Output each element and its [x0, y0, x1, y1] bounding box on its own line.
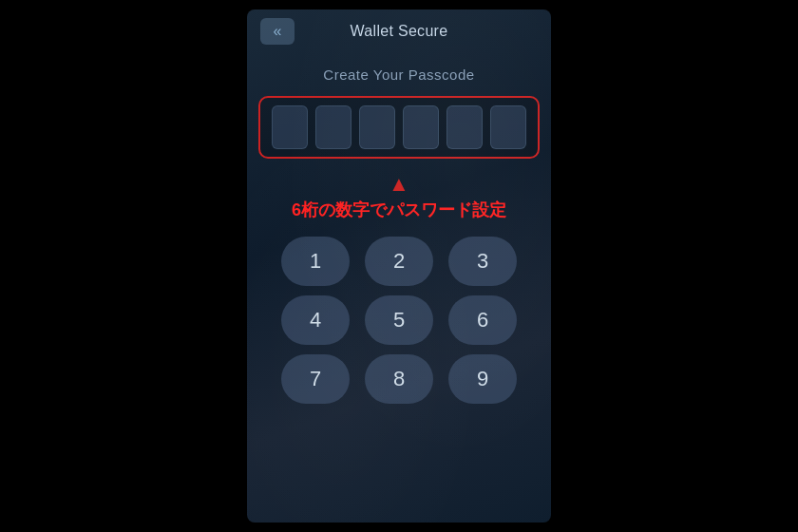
header-title: Wallet Secure [351, 23, 448, 40]
numpad-key-9[interactable]: 9 [448, 354, 517, 404]
passcode-boxes-wrapper [258, 96, 540, 159]
back-button[interactable]: « [260, 18, 294, 45]
numpad: 1 2 3 4 5 6 7 8 [247, 229, 551, 522]
annotation-text: 6桁の数字でパスワード設定 [247, 195, 551, 229]
header: « Wallet Secure [247, 10, 551, 49]
numpad-row-2: 4 5 6 [281, 295, 517, 345]
numpad-key-1[interactable]: 1 [281, 237, 350, 286]
passcode-box-6 [490, 105, 526, 149]
passcode-label: Create Your Passcode [323, 66, 474, 83]
numpad-key-5[interactable]: 5 [365, 295, 433, 345]
passcode-box-3 [359, 105, 395, 149]
numpad-row-3: 7 8 9 [281, 354, 517, 404]
numpad-key-7[interactable]: 7 [281, 354, 350, 404]
phone-screen: « Wallet Secure Create Your Passcode ▲ 6… [247, 10, 551, 522]
back-arrow-icon: « [274, 24, 282, 39]
numpad-key-3[interactable]: 3 [448, 237, 517, 286]
numpad-key-4[interactable]: 4 [281, 295, 350, 345]
passcode-box-2 [315, 105, 352, 149]
passcode-box-4 [403, 105, 439, 149]
arrow-container: ▲ [247, 174, 551, 195]
numpad-key-6[interactable]: 6 [448, 295, 517, 345]
passcode-section: Create Your Passcode [247, 49, 551, 168]
numpad-key-8[interactable]: 8 [365, 354, 433, 404]
passcode-box-5 [446, 105, 483, 149]
passcode-box-1 [272, 105, 308, 149]
numpad-key-2[interactable]: 2 [365, 237, 433, 286]
numpad-row-1: 1 2 3 [281, 237, 517, 286]
up-arrow-icon: ▲ [389, 174, 409, 195]
